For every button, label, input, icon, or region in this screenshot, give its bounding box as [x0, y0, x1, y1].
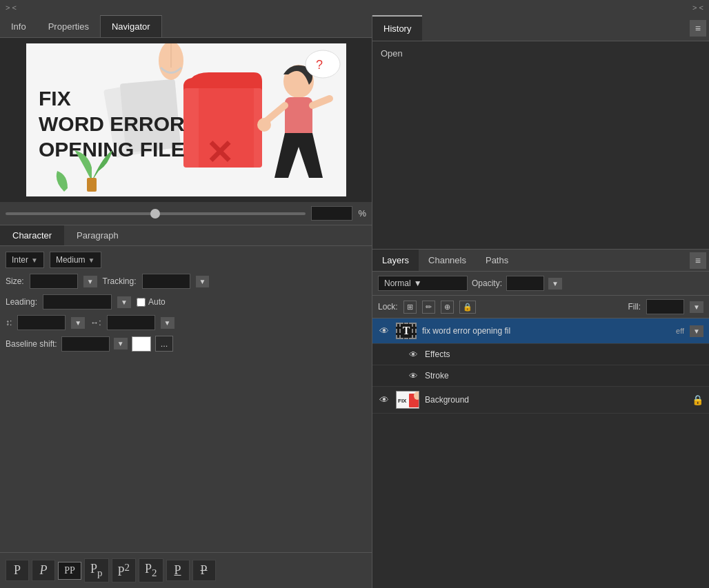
history-menu-button[interactable]: ≡ [690, 20, 706, 37]
baseline-input[interactable]: 0 px [61, 336, 110, 352]
lock-move-icon[interactable]: ⊕ [441, 301, 454, 314]
lock-all-icon[interactable]: 🔒 [459, 301, 476, 314]
blend-mode-label: Normal [384, 278, 411, 288]
tab-paragraph[interactable]: Paragraph [64, 225, 131, 245]
typo-btn-italic[interactable]: P [32, 560, 55, 581]
layer-sub-effects[interactable]: 👁 Effects [372, 344, 709, 365]
history-item-open[interactable]: Open [381, 47, 701, 60]
auto-checkbox[interactable] [137, 298, 146, 307]
svg-text:✕: ✕ [206, 134, 233, 171]
baseline-label: Baseline shift: [6, 339, 57, 349]
leading-arrow-icon[interactable]: ▼ [117, 296, 131, 308]
horizontal-scale-label: ↔: [90, 318, 101, 327]
tab-channels[interactable]: Channels [419, 250, 476, 271]
horizontal-scale-input[interactable]: 100% [107, 315, 155, 330]
size-arrow-icon[interactable]: ▼ [83, 276, 97, 287]
leading-input[interactable]: 100.00 px [43, 294, 112, 310]
navigator-preview: ✕ FIX WORD ERROR OPENING FILE [0, 38, 372, 202]
typo-btn-underline[interactable]: P [166, 560, 190, 581]
layers-menu-button[interactable]: ≡ [690, 252, 706, 269]
typo-btn-regular[interactable]: P [6, 560, 29, 581]
layer-eye-background[interactable]: 👁 [378, 394, 390, 406]
layer-sub-stroke[interactable]: 👁 Stroke [372, 365, 709, 387]
vertical-scale-arrow-icon[interactable]: ▼ [71, 317, 85, 329]
layer-name-background: Background [425, 395, 686, 405]
opacity-arrow-icon[interactable]: ▼ [548, 278, 562, 290]
layer-item-text[interactable]: 👁 T fix word error opening fil eff ▼ [372, 318, 709, 344]
typo-btn-strikethrough[interactable]: P [192, 560, 216, 581]
layer-effects-expand-icon[interactable]: ▼ [690, 325, 703, 337]
zoom-unit: % [358, 208, 366, 219]
tab-character[interactable]: Character [0, 225, 64, 245]
history-content: Open [372, 41, 709, 249]
font-weight-dropdown[interactable]: Medium ▼ [50, 252, 101, 268]
typo-btn-subscript[interactable]: P2 [139, 558, 163, 582]
layer-item-background[interactable]: 👁 FIX Background 🔒 [372, 387, 709, 414]
svg-text:WORD ERROR: WORD ERROR [39, 112, 185, 135]
ellipsis-button[interactable]: ... [155, 336, 174, 352]
color-swatch[interactable] [132, 336, 151, 352]
left-arrows: > < [6, 3, 17, 12]
opacity-label: Opacity: [472, 278, 502, 288]
tab-paths[interactable]: Paths [476, 250, 518, 271]
tab-info[interactable]: Info [0, 15, 37, 37]
font-family-dropdown[interactable]: Inter ▼ [6, 252, 44, 268]
svg-rect-17 [87, 178, 97, 192]
typo-btn-allcaps[interactable]: PP [58, 562, 81, 580]
auto-label: Auto [148, 297, 166, 307]
blend-row: Normal ▼ Opacity: 100% ▼ [372, 272, 709, 296]
svg-text:FIX: FIX [39, 87, 71, 110]
opacity-input[interactable]: 100% [506, 276, 544, 291]
stroke-eye-icon[interactable]: 👁 [407, 369, 419, 382]
effects-label: Effects [425, 349, 703, 359]
history-panel-header: History ≡ [372, 15, 709, 41]
fill-label: Fill: [628, 302, 641, 312]
right-arrows: > < [692, 3, 703, 12]
lock-brush-icon[interactable]: ✏ [422, 301, 435, 314]
svg-text:OPENING FILE: OPENING FILE [39, 138, 185, 161]
layer-lock-icon: 🔒 [692, 394, 703, 405]
svg-text:FIX: FIX [398, 398, 407, 404]
tracking-input[interactable]: 10% [142, 274, 190, 289]
fill-arrow-icon[interactable]: ▼ [690, 301, 703, 313]
font-weight-label: Medium [56, 255, 86, 265]
font-weight-arrow-icon: ▼ [88, 256, 95, 264]
effects-eye-icon[interactable]: 👁 [407, 348, 419, 361]
layers-tabs-row: Layers Channels Paths ≡ [372, 250, 709, 272]
lock-checkerboard-icon[interactable]: ⊞ [403, 301, 417, 314]
blend-mode-arrow-icon: ▼ [414, 278, 422, 288]
baseline-arrow-icon[interactable]: ▼ [114, 338, 128, 349]
fill-input[interactable]: 100% [646, 299, 684, 314]
font-family-label: Inter [12, 255, 28, 265]
font-family-arrow-icon: ▼ [31, 256, 38, 264]
tab-properties[interactable]: Properties [37, 15, 100, 37]
typo-btn-superscript[interactable]: P2 [112, 558, 137, 582]
history-tab[interactable]: History [372, 15, 422, 41]
typo-btn-smallcaps[interactable]: Pp [84, 558, 109, 582]
svg-point-14 [257, 118, 271, 132]
layers-list: 👁 T fix word error opening fil eff ▼ 👁 E… [372, 318, 709, 588]
size-label: Size: [6, 276, 24, 286]
layer-name-text: fix word error opening fil [422, 326, 670, 336]
vertical-scale-label: ↕: [6, 318, 12, 327]
leading-label: Leading: [6, 297, 37, 307]
tracking-label: Tracking: [103, 276, 137, 286]
svg-text:?: ? [316, 58, 323, 72]
tab-navigator[interactable]: Navigator [100, 15, 162, 37]
zoom-value-input[interactable]: 100 [311, 206, 352, 221]
tab-layers[interactable]: Layers [372, 250, 419, 271]
zoom-slider[interactable] [6, 212, 306, 215]
layer-eye-text[interactable]: 👁 [378, 325, 390, 337]
lock-row: Lock: ⊞ ✏ ⊕ 🔒 Fill: 100% ▼ [372, 296, 709, 318]
horizontal-scale-arrow-icon[interactable]: ▼ [161, 317, 174, 329]
layer-effects-label[interactable]: eff [676, 327, 684, 335]
blend-mode-dropdown[interactable]: Normal ▼ [378, 276, 468, 291]
layer-thumb-text: T [396, 323, 417, 339]
tracking-arrow-icon[interactable]: ▼ [196, 276, 210, 287]
vertical-scale-input[interactable]: 100% [17, 315, 66, 330]
lock-label: Lock: [378, 302, 398, 312]
stroke-label: Stroke [425, 371, 703, 381]
size-input[interactable]: 100 px [30, 274, 78, 289]
